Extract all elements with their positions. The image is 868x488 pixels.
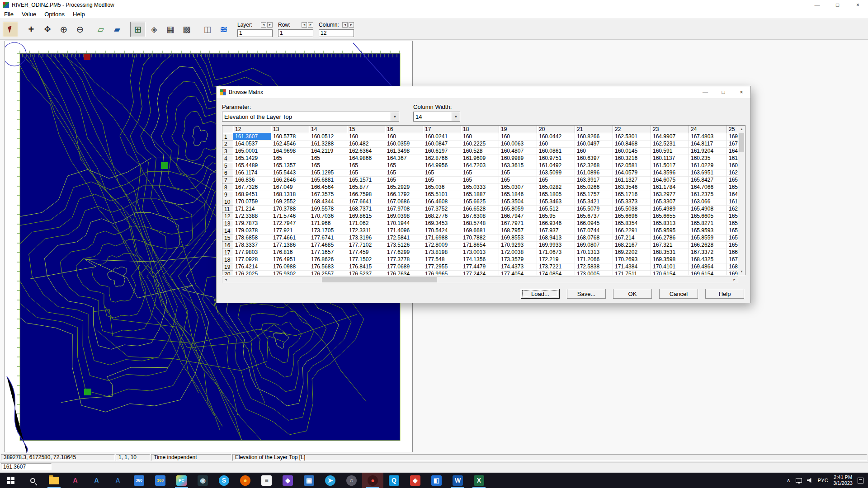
column-header-14[interactable]: 14: [309, 126, 347, 133]
cell-r5-c15[interactable]: 165: [347, 162, 385, 169]
cell-r13-c12[interactable]: 179.7873: [233, 220, 271, 227]
cell-r18-c12[interactable]: 177.0928: [233, 256, 271, 263]
minimize-button[interactable]: —: [807, 0, 827, 10]
row-input[interactable]: [278, 29, 313, 37]
row-header-19[interactable]: 19: [222, 263, 233, 271]
cell-r7-c20[interactable]: 165: [537, 177, 575, 184]
menu-help[interactable]: Help: [69, 10, 89, 19]
cell-r11-c21[interactable]: 165.5079: [575, 206, 613, 213]
cell-r17-c18[interactable]: 173.0013: [461, 249, 499, 256]
cell-r15-c15[interactable]: 173.3196: [347, 235, 385, 242]
cell-r12-c20[interactable]: 165.95: [537, 213, 575, 220]
cell-r12-c15[interactable]: 169.8615: [347, 213, 385, 220]
cell-r5-c18[interactable]: 164.7203: [461, 162, 499, 169]
cell-r12-c13[interactable]: 171.5746: [271, 213, 309, 220]
vertical-scrollbar[interactable]: ▲ ▼: [738, 126, 745, 275]
cell-r10-c20[interactable]: 165.3463: [537, 198, 575, 206]
cell-r1-c21[interactable]: 160.8266: [575, 133, 613, 141]
cell-r4-c18[interactable]: 161.9609: [461, 155, 499, 162]
cell-r14-c23[interactable]: 165.9595: [651, 227, 689, 235]
cell-r15-c13[interactable]: 177.4661: [271, 235, 309, 242]
cell-r7-c17[interactable]: 165: [423, 177, 461, 184]
cell-r20-c23[interactable]: 170.6154: [651, 271, 689, 275]
cell-r19-c13[interactable]: 176.0988: [271, 263, 309, 271]
cell-r19-c22[interactable]: 171.4384: [613, 263, 651, 271]
cell-r1-c23[interactable]: 164.9907: [651, 133, 689, 141]
row-header-9[interactable]: 9: [222, 191, 233, 198]
cell-r11-c14[interactable]: 169.5578: [309, 206, 347, 213]
scroll-up-icon[interactable]: ▲: [738, 126, 745, 132]
cell-r10-c23[interactable]: 165.3307: [651, 198, 689, 206]
row-header-1[interactable]: 1: [222, 133, 233, 141]
start-button[interactable]: [0, 473, 22, 488]
cell-r12-c12[interactable]: 172.3388: [233, 213, 271, 220]
layer-prev-button[interactable]: ◄: [261, 22, 266, 28]
cell-r8-c21[interactable]: 165.0266: [575, 184, 613, 191]
row-header-5[interactable]: 5: [222, 162, 233, 169]
search-button[interactable]: [22, 473, 43, 488]
cell-r8-c16[interactable]: 165.2929: [385, 184, 423, 191]
help-button[interactable]: Help: [705, 289, 744, 299]
cell-r15-c20[interactable]: 168.9413: [537, 235, 575, 242]
cell-r6-c21[interactable]: 161.0896: [575, 169, 613, 177]
cell-r1-c16[interactable]: 160: [385, 133, 423, 141]
column-prev-button[interactable]: ◄: [342, 22, 348, 28]
cell-r4-c19[interactable]: 160.9989: [499, 155, 537, 162]
cell-r16-c24[interactable]: 166.2628: [689, 242, 727, 249]
cell-r8-c24[interactable]: 164.7066: [689, 184, 727, 191]
cell-r17-c12[interactable]: 177.9803: [233, 249, 271, 256]
cell-r16-c15[interactable]: 177.7102: [347, 242, 385, 249]
cell-r20-c22[interactable]: 171.7511: [613, 271, 651, 275]
cell-r20-c21[interactable]: 173.0005: [575, 271, 613, 275]
app-q-button[interactable]: Q: [383, 473, 405, 488]
cell-r18-c22[interactable]: 170.2693: [613, 256, 651, 263]
vertices-button[interactable]: ▱: [93, 22, 108, 37]
notepad-button[interactable]: ≡: [256, 473, 277, 488]
cell-r16-c21[interactable]: 169.0807: [575, 242, 613, 249]
photos-button[interactable]: ▣: [298, 473, 320, 488]
clock[interactable]: 2:41 PM 3/1/2023: [833, 474, 853, 486]
cell-r6-c22[interactable]: 164.0579: [613, 169, 651, 177]
cell-r17-c21[interactable]: 170.1313: [575, 249, 613, 256]
row-next-button[interactable]: ►: [308, 22, 313, 28]
cell-r11-c17[interactable]: 167.3752: [423, 206, 461, 213]
cell-r1-c14[interactable]: 160.0512: [309, 133, 347, 141]
cell-r5-c17[interactable]: 164.9956: [423, 162, 461, 169]
cell-r9-c17[interactable]: 165.5101: [423, 191, 461, 198]
cell-r7-c19[interactable]: 165: [499, 177, 537, 184]
cell-r12-c18[interactable]: 167.6308: [461, 213, 499, 220]
cell-r20-c15[interactable]: 176.5237: [347, 271, 385, 275]
parameter-dropdown-icon[interactable]: ▼: [391, 112, 399, 121]
cell-r11-c12[interactable]: 171.214: [233, 206, 271, 213]
cell-r15-c18[interactable]: 170.7882: [461, 235, 499, 242]
cell-r6-c16[interactable]: 165: [385, 169, 423, 177]
cell-r4-c20[interactable]: 160.9751: [537, 155, 575, 162]
cell-r19-c16[interactable]: 177.0689: [385, 263, 423, 271]
cell-r1-c13[interactable]: 160.5778: [271, 133, 309, 141]
row-header-15[interactable]: 15: [222, 235, 233, 242]
dialog-minimize-button[interactable]: —: [696, 86, 714, 98]
cell-r11-c23[interactable]: 165.4989: [651, 206, 689, 213]
column-header-15[interactable]: 15: [347, 126, 385, 133]
cell-r17-c24[interactable]: 167.3372: [689, 249, 727, 256]
cell-r20-c13[interactable]: 175.9302: [271, 271, 309, 275]
load-button[interactable]: Load...: [521, 289, 560, 299]
select-button[interactable]: [3, 22, 18, 37]
cell-r19-c17[interactable]: 177.2955: [423, 263, 461, 271]
row-header-12[interactable]: 12: [222, 213, 233, 220]
column-header-22[interactable]: 22: [613, 126, 651, 133]
row-header-17[interactable]: 17: [222, 249, 233, 256]
cell-r4-c15[interactable]: 164.9866: [347, 155, 385, 162]
cell-r11-c18[interactable]: 166.6528: [461, 206, 499, 213]
row-header-3[interactable]: 3: [222, 148, 233, 155]
cell-r2-c14[interactable]: 161.3288: [309, 141, 347, 148]
column-header-17[interactable]: 17: [423, 126, 461, 133]
cell-r17-c15[interactable]: 177.459: [347, 249, 385, 256]
cell-r10-c17[interactable]: 166.4608: [423, 198, 461, 206]
cell-r9-c16[interactable]: 166.1792: [385, 191, 423, 198]
cell-r20-c20[interactable]: 174.0854: [537, 271, 575, 275]
cell-r7-c15[interactable]: 165.1571: [347, 177, 385, 184]
cell-r6-c12[interactable]: 166.1174: [233, 169, 271, 177]
column-width-dropdown-icon[interactable]: ▼: [452, 112, 460, 121]
cell-r13-c19[interactable]: 167.7971: [499, 220, 537, 227]
